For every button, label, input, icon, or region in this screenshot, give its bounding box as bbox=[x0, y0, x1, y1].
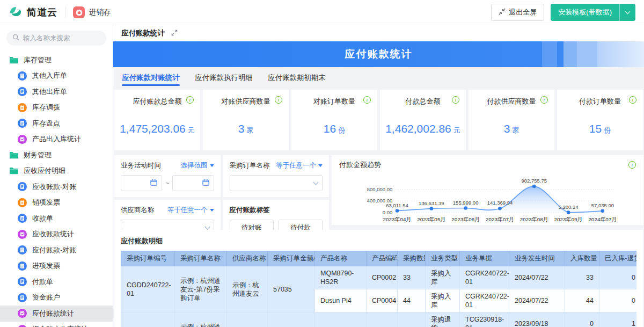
app-logo: 简道云 bbox=[9, 5, 57, 20]
table-cell: 示例：杭州道友云-第6份采购订单 bbox=[175, 313, 227, 327]
sidebar-item[interactable]: 库存管理 bbox=[0, 52, 113, 68]
table-cell: 2024/07/22 bbox=[509, 289, 565, 313]
doc-icon bbox=[18, 277, 27, 286]
invoice-icon bbox=[18, 103, 27, 112]
calendar-icon[interactable] bbox=[202, 178, 209, 188]
sidebar-item[interactable]: 资金账户 bbox=[0, 290, 113, 306]
stat-cards: 应付账款总金额i1,475,203.06元对账供应商数量i3家对账订单数量i16… bbox=[114, 90, 643, 150]
card-value: 3 bbox=[238, 122, 245, 135]
table-cell: 57035 bbox=[268, 266, 315, 313]
sidebar-item[interactable]: 应收应付明细 bbox=[0, 163, 113, 179]
svg-text:2023年04月: 2023年04月 bbox=[383, 216, 412, 222]
folder-icon bbox=[10, 56, 18, 64]
order-name-select[interactable] bbox=[230, 175, 323, 191]
sidebar-item[interactable]: 付款单 bbox=[0, 274, 113, 290]
table-cell: 44 bbox=[565, 289, 599, 313]
filter-tags-label: 应付账款标签 bbox=[230, 206, 270, 215]
install-dropdown-button[interactable] bbox=[619, 4, 635, 21]
sidebar-item-label: 进项发票 bbox=[32, 261, 60, 271]
stat-card: 付款订单数量i15份 bbox=[557, 90, 643, 150]
tab[interactable]: 应付账款执行明细 bbox=[195, 73, 253, 86]
table-cell: CGRK240722-01 bbox=[460, 289, 509, 313]
table-cell: 示例：杭州道友云-第7份采购订单 bbox=[175, 266, 227, 313]
sidebar-item[interactable]: 应付账款-对账 bbox=[0, 242, 113, 258]
exit-fullscreen-button[interactable]: 退出全屏 bbox=[491, 4, 544, 21]
svg-text:2024年07月: 2024年07月 bbox=[588, 216, 617, 222]
table-cell: 33 bbox=[565, 266, 599, 289]
filter-order-operator[interactable]: 等于任意一个 bbox=[276, 161, 323, 170]
card-value: 1,475,203.06 bbox=[120, 122, 186, 135]
sidebar-item-label: 库存调拨 bbox=[32, 103, 60, 112]
chevron-down-icon bbox=[625, 9, 631, 14]
info-icon[interactable]: i bbox=[186, 96, 194, 104]
jiandaoyun-leaf-icon bbox=[9, 5, 23, 20]
sidebar-item[interactable]: 其他出库单 bbox=[0, 84, 113, 100]
search-input[interactable] bbox=[23, 34, 100, 42]
info-icon[interactable]: i bbox=[452, 96, 459, 104]
expand-icon[interactable] bbox=[171, 28, 178, 38]
sidebar-item[interactable]: 库存盘点 bbox=[0, 115, 113, 132]
table-body: CGDD240722-01示例：杭州道友云-第7份采购订单示例：杭州道友云570… bbox=[121, 266, 637, 327]
trend-chart: 0.00400,000.00800,000.0063,011.542023年04… bbox=[339, 171, 636, 223]
filter-order-label: 采购订单名称 bbox=[230, 161, 270, 170]
date-from-input[interactable] bbox=[121, 175, 162, 191]
topbar: 简道云 进销存 退出全屏 安装模板(带数据) bbox=[0, 0, 644, 25]
info-icon[interactable]: i bbox=[540, 96, 548, 104]
svg-text:155,999.00: 155,999.00 bbox=[453, 200, 479, 206]
table-title: 应付账款明细 bbox=[121, 236, 636, 246]
sidebar-item[interactable]: 财务管理 bbox=[0, 147, 113, 163]
sidebar-item[interactable]: 库存调拨 bbox=[0, 100, 113, 116]
sidebar-search[interactable] bbox=[6, 31, 106, 46]
svg-text:63,011.54: 63,011.54 bbox=[386, 202, 408, 208]
info-icon[interactable]: i bbox=[628, 161, 636, 169]
sidebar-item-label: 应收账款统计 bbox=[32, 229, 74, 239]
banner-stripe bbox=[542, 41, 557, 67]
exit-fullscreen-icon bbox=[499, 8, 506, 17]
sidebar-item-label: 销项发票 bbox=[32, 198, 60, 207]
info-icon[interactable]: i bbox=[629, 96, 636, 104]
filter-supplier-label: 供应商名称 bbox=[121, 206, 155, 215]
card-value: 15 bbox=[589, 122, 602, 135]
detail-table-panel: 应付账款明细 采购订单编号采购订单名称供应商名称采购订单金额/元产品名称产品编码… bbox=[114, 230, 643, 327]
app-icon bbox=[73, 6, 85, 18]
filter-supplier-operator[interactable]: 等于任意一个 bbox=[167, 206, 214, 215]
info-icon[interactable]: i bbox=[363, 96, 371, 104]
sidebar-item[interactable]: 产品出入库统计 bbox=[0, 132, 113, 148]
table-cell: CGDD230918-01 bbox=[121, 313, 175, 327]
doc-icon bbox=[18, 182, 27, 191]
card-unit: 份 bbox=[604, 126, 611, 134]
table-cell: 6500 bbox=[268, 313, 315, 327]
table-cell: CP0002 bbox=[367, 266, 398, 289]
folder-icon bbox=[10, 167, 18, 175]
filter-time: 业务活动时间 选择范围 bbox=[114, 155, 221, 197]
sidebar-item[interactable]: 应收账款-对账 bbox=[0, 179, 113, 195]
sidebar-item[interactable]: 销项发票 bbox=[0, 195, 113, 211]
filter-time-operator[interactable]: 选择范围 bbox=[181, 161, 214, 170]
sidebar-item[interactable]: 收款单 bbox=[0, 210, 113, 227]
sidebar-item-label: 应收账款-对账 bbox=[32, 182, 76, 192]
doc-icon bbox=[18, 71, 27, 81]
sidebar-item[interactable]: 应付账款统计 bbox=[0, 306, 113, 322]
calendar-icon[interactable] bbox=[150, 178, 157, 188]
install-template-button[interactable]: 安装模板(带数据) bbox=[551, 4, 619, 21]
table-cell: 2024/07/22 bbox=[509, 266, 565, 289]
tab[interactable]: 应付账款对账统计 bbox=[122, 73, 180, 86]
sidebar-item-label: 其他出库单 bbox=[32, 87, 67, 97]
sidebar-item[interactable]: 资金账户收支统计 bbox=[0, 322, 113, 327]
tab[interactable]: 应付账款期初期末 bbox=[268, 73, 326, 86]
stat-card: 应付账款总金额i1,475,203.06元 bbox=[114, 90, 200, 150]
svg-text:2023年06月: 2023年06月 bbox=[451, 216, 480, 222]
card-unit: 家 bbox=[512, 126, 519, 134]
app-name: 进销存 bbox=[89, 8, 111, 17]
sidebar-item-label: 产品出入库统计 bbox=[32, 134, 81, 144]
info-icon[interactable]: i bbox=[275, 96, 282, 104]
banner-stripe bbox=[597, 41, 644, 67]
table-wrap[interactable]: 采购订单编号采购订单名称供应商名称采购订单金额/元产品名称产品编码采购数量业务类… bbox=[121, 251, 636, 327]
sidebar-item[interactable]: 进项发票 bbox=[0, 258, 113, 274]
doc-icon bbox=[18, 293, 27, 302]
sidebar-item[interactable]: 其他入库单 bbox=[0, 68, 113, 84]
sidebar-item[interactable]: 应收账款统计 bbox=[0, 227, 113, 243]
sidebar-menu: 库存管理其他入库单其他出库单库存调拨库存盘点产品出入库统计财务管理应收应付明细应… bbox=[0, 52, 113, 327]
table-cell: 采购退货 bbox=[426, 313, 460, 327]
date-to-input[interactable] bbox=[172, 175, 214, 191]
